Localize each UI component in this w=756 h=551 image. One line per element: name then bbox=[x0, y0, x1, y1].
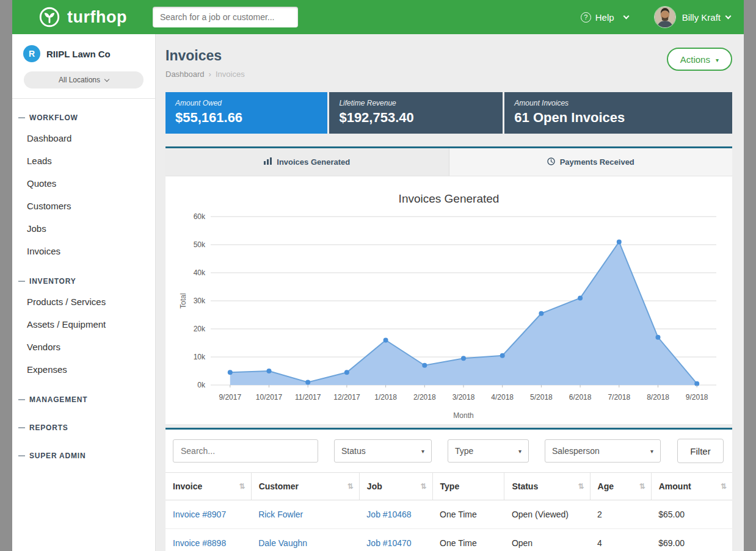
tab-payments-received[interactable]: Payments Received bbox=[449, 148, 733, 176]
filter-select-status[interactable]: Status▾ bbox=[334, 439, 432, 463]
filter-button[interactable]: Filter bbox=[677, 439, 724, 463]
status-cell: Open bbox=[504, 529, 590, 551]
customer-cell[interactable]: Dale Vaughn bbox=[251, 529, 359, 551]
section-dash-icon bbox=[18, 281, 25, 282]
age-cell: 2 bbox=[590, 500, 651, 529]
company-name: RIIPL Lawn Co bbox=[46, 49, 111, 59]
bar-chart-icon bbox=[264, 157, 272, 167]
section-dash-icon bbox=[18, 455, 25, 456]
stat-label: Lifetime Revenue bbox=[339, 99, 493, 107]
svg-text:2/2018: 2/2018 bbox=[413, 393, 436, 402]
table-search-input[interactable] bbox=[173, 439, 318, 463]
sidebar-item-leads[interactable]: Leads bbox=[12, 149, 155, 172]
page-title: Invoices bbox=[165, 48, 245, 64]
user-avatar[interactable] bbox=[654, 6, 676, 28]
table-row: Invoice #8898Dale VaughnJob #10470One Ti… bbox=[165, 529, 732, 551]
sidebar-item-invoices[interactable]: Invoices bbox=[12, 240, 155, 262]
invoices-generated-chart: 0k10k20k30k40k50k60k9/201710/201711/2017… bbox=[178, 207, 720, 422]
invoices-list-card: Status▾Type▾Salesperson▾ Filter Invoice⇅… bbox=[165, 428, 732, 551]
chevron-down-icon[interactable] bbox=[725, 13, 732, 19]
topbar: turfhop ? Help Billy Kraft bbox=[12, 0, 744, 34]
svg-text:4/2018: 4/2018 bbox=[491, 393, 514, 402]
column-header-job[interactable]: Job⇅ bbox=[359, 473, 432, 500]
page-header: Invoices Dashboard›Invoices bbox=[165, 48, 245, 79]
sidebar-section-label: REPORTS bbox=[29, 423, 68, 432]
stat-value: $192,753.40 bbox=[339, 110, 493, 126]
sidebar-item-expenses[interactable]: Expenses bbox=[12, 358, 155, 381]
location-selector[interactable]: All Locations bbox=[24, 71, 144, 88]
filter-select-type[interactable]: Type▾ bbox=[448, 439, 529, 463]
svg-text:5/2018: 5/2018 bbox=[530, 393, 553, 402]
invoice-cell[interactable]: Invoice #8898 bbox=[165, 529, 251, 551]
invoices-table: Invoice⇅Customer⇅Job⇅TypeStatus⇅Age⇅Amou… bbox=[165, 472, 732, 551]
sidebar-item-assets-equipment[interactable]: Assets / Equipment bbox=[12, 313, 155, 336]
select-value: Status bbox=[341, 446, 366, 456]
type-cell: One Time bbox=[432, 529, 504, 551]
tab-label: Payments Received bbox=[560, 157, 634, 167]
sidebar-item-dashboard[interactable]: Dashboard bbox=[12, 127, 155, 149]
logo-text: turfhop bbox=[67, 8, 127, 27]
sidebar-item-quotes[interactable]: Quotes bbox=[12, 172, 155, 195]
stat-card-lifetime-revenue: Lifetime Revenue$192,753.40 bbox=[329, 92, 503, 134]
sidebar: R RIIPL Lawn Co All Locations WORKFLOWDa… bbox=[12, 34, 156, 551]
breadcrumb-item-dashboard[interactable]: Dashboard bbox=[165, 70, 205, 79]
svg-text:10k: 10k bbox=[194, 353, 206, 361]
app-page: turfhop ? Help Billy Kraft bbox=[12, 0, 744, 551]
turfhop-logo[interactable]: turfhop bbox=[38, 5, 127, 29]
svg-text:12/2017: 12/2017 bbox=[333, 393, 360, 402]
column-label: Status bbox=[512, 481, 538, 491]
sort-icon[interactable]: ⇅ bbox=[347, 482, 354, 491]
column-label: Type bbox=[440, 481, 460, 491]
column-header-amount[interactable]: Amount⇅ bbox=[651, 473, 732, 500]
user-name[interactable]: Billy Kraft bbox=[682, 12, 721, 23]
sidebar-section-inventory[interactable]: INVENTORY bbox=[12, 271, 155, 290]
select-value: Salesperson bbox=[552, 446, 600, 456]
breadcrumb-item-invoices: Invoices bbox=[216, 70, 245, 79]
sidebar-section-management[interactable]: MANAGEMENT bbox=[12, 389, 155, 409]
help-icon: ? bbox=[581, 12, 591, 23]
company-header: R RIIPL Lawn Co bbox=[12, 34, 155, 62]
column-label: Customer bbox=[259, 481, 299, 491]
column-label: Amount bbox=[659, 481, 691, 491]
sort-icon[interactable]: ⇅ bbox=[721, 482, 727, 491]
column-label: Invoice bbox=[173, 481, 202, 491]
invoice-cell[interactable]: Invoice #8907 bbox=[165, 500, 251, 529]
stat-card-amount-owed: Amount Owed$55,161.66 bbox=[165, 92, 327, 134]
svg-text:20k: 20k bbox=[194, 325, 206, 333]
job-cell[interactable]: Job #10470 bbox=[359, 529, 432, 551]
sidebar-item-jobs[interactable]: Jobs bbox=[12, 217, 155, 240]
stat-label: Amount Invoices bbox=[514, 99, 722, 107]
sidebar-item-vendors[interactable]: Vendors bbox=[12, 336, 155, 358]
sort-icon[interactable]: ⇅ bbox=[578, 482, 584, 491]
column-header-invoice[interactable]: Invoice⇅ bbox=[165, 473, 251, 500]
tab-label: Invoices Generated bbox=[277, 157, 350, 167]
sidebar-section-workflow[interactable]: WORKFLOW bbox=[12, 107, 155, 127]
column-label: Age bbox=[598, 481, 614, 491]
column-header-age[interactable]: Age⇅ bbox=[590, 473, 651, 500]
help-menu[interactable]: ? Help bbox=[581, 12, 628, 23]
column-header-customer[interactable]: Customer⇅ bbox=[251, 473, 359, 500]
sort-icon[interactable]: ⇅ bbox=[239, 482, 245, 491]
sidebar-item-products-services[interactable]: Products / Services bbox=[12, 290, 155, 313]
age-cell: 4 bbox=[590, 529, 651, 551]
customer-cell[interactable]: Rick Fowler bbox=[251, 500, 359, 529]
actions-button[interactable]: Actions ▾ bbox=[667, 48, 732, 71]
svg-text:11/2017: 11/2017 bbox=[295, 393, 321, 402]
chart-panel: Invoices GeneratedPayments Received Invo… bbox=[165, 146, 732, 424]
svg-text:Month: Month bbox=[453, 411, 473, 420]
svg-text:7/2018: 7/2018 bbox=[608, 393, 630, 402]
type-cell: One Time bbox=[432, 500, 504, 529]
filter-select-salesperson[interactable]: Salesperson▾ bbox=[545, 439, 661, 463]
sort-icon[interactable]: ⇅ bbox=[421, 482, 427, 491]
sidebar-section-reports[interactable]: REPORTS bbox=[12, 417, 155, 437]
sidebar-section-super-admin[interactable]: SUPER ADMIN bbox=[12, 445, 155, 465]
tab-invoices-generated[interactable]: Invoices Generated bbox=[165, 148, 449, 176]
global-search-input[interactable] bbox=[153, 7, 298, 27]
sidebar-item-customers[interactable]: Customers bbox=[12, 195, 155, 217]
clock-icon bbox=[547, 157, 555, 167]
column-header-status[interactable]: Status⇅ bbox=[504, 473, 590, 500]
filter-bar: Status▾Type▾Salesperson▾ Filter bbox=[165, 430, 732, 472]
job-cell[interactable]: Job #10468 bbox=[359, 500, 432, 529]
sort-icon[interactable]: ⇅ bbox=[639, 482, 645, 491]
column-header-type[interactable]: Type bbox=[432, 473, 504, 500]
